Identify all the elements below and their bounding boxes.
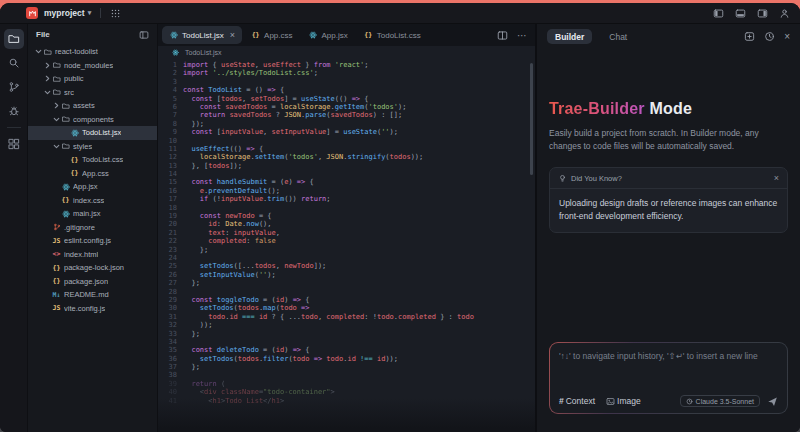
add-context-button[interactable]: # Context [559,396,595,406]
editor-scrollbar[interactable] [530,63,533,175]
tree-item-package.json[interactable]: {} package.json [28,275,157,289]
send-icon[interactable] [767,396,778,407]
folder-icon [52,61,61,69]
code-line: 41 <h1>Todo List</h1> [158,397,535,405]
activity-extensions[interactable] [4,134,24,154]
editor-tabs: TodoList.jsx × {} App.css App.jsx {} Tod… [162,26,428,44]
tree-item-index.css[interactable]: {} index.css [28,194,157,208]
tree-item-index.html[interactable]: <> index.html [28,248,157,262]
tree-item-eslint.config.js[interactable]: JS eslint.config.js [28,234,157,248]
new-chat-icon[interactable] [744,31,755,42]
close-tab-icon[interactable]: × [230,30,235,40]
chat-input-box[interactable]: # Context Image [549,342,788,414]
explorer-title: File [36,30,50,39]
activity-explorer[interactable] [4,29,24,49]
braces-icon: {} [251,32,260,39]
breadcrumb-file: TodoList.jsx [185,49,222,56]
panel-spacer [549,233,788,342]
code-line: 12 localStorage.setItem('todos', JSON.st… [158,153,535,161]
tree-item-src[interactable]: src [28,86,157,100]
chevron-right-icon [43,75,52,82]
code-line: 8 }); [158,120,535,128]
code-line: 18 [158,204,535,212]
js-icon: JS [52,238,61,245]
tree-item-vite.config.js[interactable]: JS vite.config.js [28,302,157,316]
braces-icon: {} [70,157,79,164]
breadcrumb[interactable]: TodoList.jsx [158,46,535,59]
react-icon [172,49,179,56]
tree-item-assets[interactable]: assets [28,99,157,113]
editor-tab-TodoList.css[interactable]: {} TodoList.css [357,26,428,44]
tree-item-styles[interactable]: styles [28,140,157,154]
react-icon [61,183,70,191]
image-icon [606,397,615,406]
md-icon: M↓ [52,292,61,299]
tab-builder[interactable]: Builder [547,29,592,44]
code-line: 21 text: inputValue, [158,229,535,237]
more-actions-icon[interactable]: ⋯ [517,30,527,41]
code-line: 32 )); [158,321,535,329]
app-logo-icon [26,7,38,19]
history-icon[interactable] [764,31,775,42]
tree-item-TodoList.jsx[interactable]: TodoList.jsx [28,126,157,140]
folder-icon [52,75,61,83]
activity-debug[interactable] [4,101,24,121]
code-editor[interactable]: 1import { useState, useEffect } from 're… [158,59,535,432]
collapse-explorer-icon[interactable] [139,30,149,40]
activity-search[interactable] [4,53,24,73]
tree-item-App.css[interactable]: {} App.css [28,167,157,181]
tree-item-node_modules[interactable]: node_modules [28,59,157,73]
close-panel-icon[interactable]: × [784,31,790,42]
split-editor-icon[interactable] [497,30,508,41]
model-name: Claude 3.5-Sonnet [696,398,754,405]
tree-item-README.md[interactable]: M↓ README.md [28,288,157,302]
git-icon [52,223,61,231]
builder-title-rest: Mode [649,100,692,117]
tab-chat[interactable]: Chat [601,29,635,44]
tree-item-public[interactable]: public [28,72,157,86]
code-line: 13 }, [todos]); [158,162,535,170]
tree-item-TodoList.css[interactable]: {} TodoList.css [28,153,157,167]
tree-item-components[interactable]: components [28,113,157,127]
code-line: 14 [158,170,535,178]
tree-item-.gitignore[interactable]: .gitignore [28,221,157,235]
tree-item-package-lock.json[interactable]: {} package-lock.json [28,261,157,275]
app-grid-icon[interactable] [110,8,121,19]
code-line: 38 [158,371,535,379]
explorer-header: File [28,24,157,45]
toggle-left-panel-icon[interactable] [713,8,724,19]
model-selector[interactable]: Claude 3.5-Sonnet [680,395,760,407]
did-you-know-title: Did You Know? [571,174,622,183]
context-label: Context [566,396,595,406]
toggle-bottom-panel-icon[interactable] [735,8,746,19]
activity-source-control[interactable] [4,77,24,97]
add-image-button[interactable]: Image [606,396,641,406]
lightbulb-icon [558,174,567,183]
builder-title-gradient: Trae-Builder [549,100,645,117]
react-icon [169,31,178,39]
editor-tab-actions: ⋯ [497,30,527,41]
editor-tab-App.css[interactable]: {} App.css [244,26,299,44]
react-icon [61,210,70,218]
close-tip-icon[interactable]: × [774,173,779,183]
tree-item-App.jsx[interactable]: App.jsx [28,180,157,194]
chat-input[interactable] [559,351,778,361]
toggle-right-panel-icon[interactable] [757,8,768,19]
file-explorer: File react-todolist node_modules public … [28,24,158,432]
editor-tab-TodoList.jsx[interactable]: TodoList.jsx × [162,26,242,44]
code-line: 3 [158,78,535,86]
tree-item-react-todolist[interactable]: react-todolist [28,45,157,59]
code-line: 33 }; [158,330,535,338]
chat-input-toolbar: # Context Image [559,395,778,407]
editor-tab-App.jsx[interactable]: App.jsx [302,26,355,44]
code-line: 27 }; [158,279,535,287]
code-line: 17 if (!inputValue.trim()) return; [158,195,535,203]
code-line: 30 setTodos(todos.map(todo => [158,304,535,312]
folder-icon [43,48,52,56]
tree-item-main.jsx[interactable]: main.jsx [28,207,157,221]
account-icon[interactable] [779,8,790,19]
activity-divider [7,127,21,128]
react-icon [309,31,318,39]
project-switcher[interactable]: myproject ▾ [44,8,91,18]
code-line: 37 }; [158,363,535,371]
